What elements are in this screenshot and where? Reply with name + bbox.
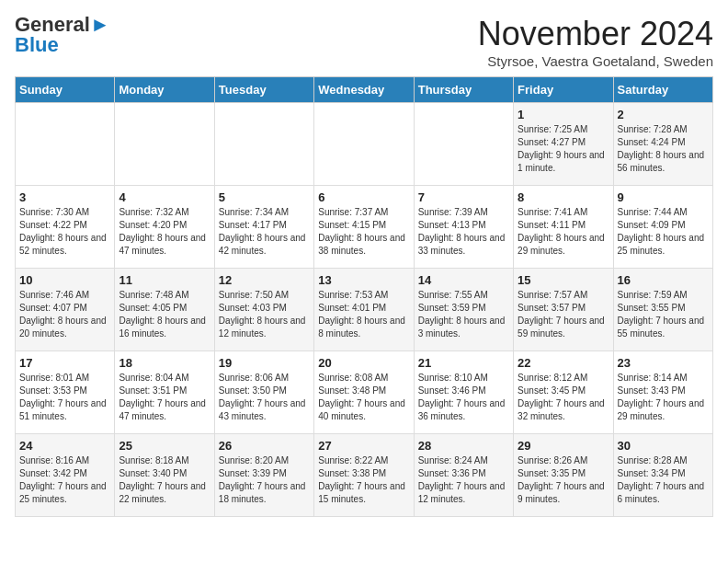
subtitle: Styrsoe, Vaestra Goetaland, Sweden [478, 53, 713, 69]
day-info: Sunrise: 7:30 AM Sunset: 4:22 PM Dayligh… [19, 206, 110, 258]
day-info: Sunrise: 8:28 AM Sunset: 3:34 PM Dayligh… [618, 454, 709, 506]
calendar-cell: 4Sunrise: 7:32 AM Sunset: 4:20 PM Daylig… [115, 186, 214, 269]
calendar-cell: 18Sunrise: 8:04 AM Sunset: 3:51 PM Dayli… [115, 351, 214, 434]
calendar-cell: 8Sunrise: 7:41 AM Sunset: 4:11 PM Daylig… [514, 186, 613, 269]
day-info: Sunrise: 8:12 AM Sunset: 3:45 PM Dayligh… [518, 372, 609, 423]
day-number: 17 [19, 356, 110, 370]
calendar-table: SundayMondayTuesdayWednesdayThursdayFrid… [15, 76, 713, 517]
calendar-cell: 15Sunrise: 7:57 AM Sunset: 3:57 PM Dayli… [514, 269, 613, 351]
calendar-cell: 19Sunrise: 8:06 AM Sunset: 3:50 PM Dayli… [214, 351, 313, 434]
day-info: Sunrise: 7:32 AM Sunset: 4:20 PM Dayligh… [119, 206, 210, 258]
week-row-0: 1Sunrise: 7:25 AM Sunset: 4:27 PM Daylig… [16, 103, 713, 186]
day-info: Sunrise: 8:14 AM Sunset: 3:43 PM Dayligh… [618, 372, 709, 423]
day-number: 18 [119, 356, 210, 370]
day-number: 7 [418, 190, 509, 204]
day-number: 4 [119, 190, 210, 204]
calendar-cell: 16Sunrise: 7:59 AM Sunset: 3:55 PM Dayli… [613, 269, 712, 351]
logo-general: General► [15, 15, 110, 35]
calendar-cell [115, 103, 214, 186]
calendar-cell: 27Sunrise: 8:22 AM Sunset: 3:38 PM Dayli… [314, 434, 414, 517]
day-number: 29 [518, 439, 609, 453]
day-number: 5 [219, 190, 310, 204]
day-number: 13 [318, 273, 409, 287]
day-number: 14 [418, 273, 509, 287]
day-info: Sunrise: 7:53 AM Sunset: 4:01 PM Dayligh… [318, 289, 409, 340]
day-number: 24 [19, 439, 110, 453]
calendar-cell: 29Sunrise: 8:26 AM Sunset: 3:35 PM Dayli… [514, 434, 613, 517]
day-number: 6 [318, 190, 409, 204]
day-info: Sunrise: 7:44 AM Sunset: 4:09 PM Dayligh… [618, 206, 709, 258]
calendar-cell: 23Sunrise: 8:14 AM Sunset: 3:43 PM Dayli… [613, 351, 712, 434]
day-info: Sunrise: 8:24 AM Sunset: 3:36 PM Dayligh… [418, 454, 509, 506]
week-row-4: 24Sunrise: 8:16 AM Sunset: 3:42 PM Dayli… [16, 434, 713, 517]
day-info: Sunrise: 8:01 AM Sunset: 3:53 PM Dayligh… [19, 372, 110, 423]
day-number: 30 [618, 439, 709, 453]
day-info: Sunrise: 7:48 AM Sunset: 4:05 PM Dayligh… [119, 289, 210, 340]
day-number: 11 [119, 273, 210, 287]
day-info: Sunrise: 8:06 AM Sunset: 3:50 PM Dayligh… [219, 372, 310, 423]
day-info: Sunrise: 7:46 AM Sunset: 4:07 PM Dayligh… [19, 289, 110, 340]
header-saturday: Saturday [613, 77, 712, 103]
day-info: Sunrise: 7:25 AM Sunset: 4:27 PM Dayligh… [518, 123, 609, 175]
day-number: 20 [318, 356, 409, 370]
day-number: 12 [219, 273, 310, 287]
header: General► Blue November 2024 Styrsoe, Vae… [15, 15, 713, 69]
day-info: Sunrise: 7:59 AM Sunset: 3:55 PM Dayligh… [618, 289, 709, 340]
calendar-cell [314, 103, 414, 186]
day-number: 22 [518, 356, 609, 370]
day-number: 27 [318, 439, 409, 453]
header-friday: Friday [514, 77, 613, 103]
day-number: 16 [618, 273, 709, 287]
day-number: 10 [19, 273, 110, 287]
logo-area: General► Blue [15, 15, 110, 55]
day-info: Sunrise: 8:18 AM Sunset: 3:40 PM Dayligh… [119, 454, 210, 506]
calendar-header-row: SundayMondayTuesdayWednesdayThursdayFrid… [16, 77, 713, 103]
calendar-cell: 22Sunrise: 8:12 AM Sunset: 3:45 PM Dayli… [514, 351, 613, 434]
title-area: November 2024 Styrsoe, Vaestra Goetaland… [478, 15, 713, 69]
day-info: Sunrise: 7:57 AM Sunset: 3:57 PM Dayligh… [518, 289, 609, 340]
header-sunday: Sunday [16, 77, 115, 103]
header-tuesday: Tuesday [214, 77, 313, 103]
day-number: 1 [518, 108, 609, 121]
calendar-cell: 12Sunrise: 7:50 AM Sunset: 4:03 PM Dayli… [214, 269, 313, 351]
week-row-2: 10Sunrise: 7:46 AM Sunset: 4:07 PM Dayli… [16, 269, 713, 351]
calendar-cell: 25Sunrise: 8:18 AM Sunset: 3:40 PM Dayli… [115, 434, 214, 517]
calendar-cell [414, 103, 513, 186]
day-number: 28 [418, 439, 509, 453]
calendar-cell [16, 103, 115, 186]
calendar-cell: 6Sunrise: 7:37 AM Sunset: 4:15 PM Daylig… [314, 186, 414, 269]
calendar-cell: 7Sunrise: 7:39 AM Sunset: 4:13 PM Daylig… [414, 186, 513, 269]
calendar-cell: 24Sunrise: 8:16 AM Sunset: 3:42 PM Dayli… [16, 434, 115, 517]
day-info: Sunrise: 7:28 AM Sunset: 4:24 PM Dayligh… [618, 123, 709, 175]
day-info: Sunrise: 8:26 AM Sunset: 3:35 PM Dayligh… [518, 454, 609, 506]
week-row-3: 17Sunrise: 8:01 AM Sunset: 3:53 PM Dayli… [16, 351, 713, 434]
calendar-cell: 3Sunrise: 7:30 AM Sunset: 4:22 PM Daylig… [16, 186, 115, 269]
header-monday: Monday [115, 77, 214, 103]
day-info: Sunrise: 8:20 AM Sunset: 3:39 PM Dayligh… [219, 454, 310, 506]
calendar-cell: 21Sunrise: 8:10 AM Sunset: 3:46 PM Dayli… [414, 351, 513, 434]
calendar-cell [214, 103, 313, 186]
day-number: 9 [618, 190, 709, 204]
calendar-cell: 1Sunrise: 7:25 AM Sunset: 4:27 PM Daylig… [514, 103, 613, 186]
calendar-cell: 10Sunrise: 7:46 AM Sunset: 4:07 PM Dayli… [16, 269, 115, 351]
day-number: 19 [219, 356, 310, 370]
day-number: 2 [618, 108, 709, 121]
main-title: November 2024 [478, 15, 713, 53]
calendar-cell: 2Sunrise: 7:28 AM Sunset: 4:24 PM Daylig… [613, 103, 712, 186]
calendar-cell: 26Sunrise: 8:20 AM Sunset: 3:39 PM Dayli… [214, 434, 313, 517]
week-row-1: 3Sunrise: 7:30 AM Sunset: 4:22 PM Daylig… [16, 186, 713, 269]
day-info: Sunrise: 7:37 AM Sunset: 4:15 PM Dayligh… [318, 206, 409, 258]
day-number: 3 [19, 190, 110, 204]
day-number: 15 [518, 273, 609, 287]
calendar-cell: 11Sunrise: 7:48 AM Sunset: 4:05 PM Dayli… [115, 269, 214, 351]
day-info: Sunrise: 8:16 AM Sunset: 3:42 PM Dayligh… [19, 454, 110, 506]
day-info: Sunrise: 7:39 AM Sunset: 4:13 PM Dayligh… [418, 206, 509, 258]
header-thursday: Thursday [414, 77, 513, 103]
day-info: Sunrise: 7:41 AM Sunset: 4:11 PM Dayligh… [518, 206, 609, 258]
day-info: Sunrise: 8:04 AM Sunset: 3:51 PM Dayligh… [119, 372, 210, 423]
day-info: Sunrise: 7:50 AM Sunset: 4:03 PM Dayligh… [219, 289, 310, 340]
day-info: Sunrise: 8:08 AM Sunset: 3:48 PM Dayligh… [318, 372, 409, 423]
logo-blue: Blue [15, 35, 59, 55]
day-number: 8 [518, 190, 609, 204]
calendar-cell: 5Sunrise: 7:34 AM Sunset: 4:17 PM Daylig… [214, 186, 313, 269]
